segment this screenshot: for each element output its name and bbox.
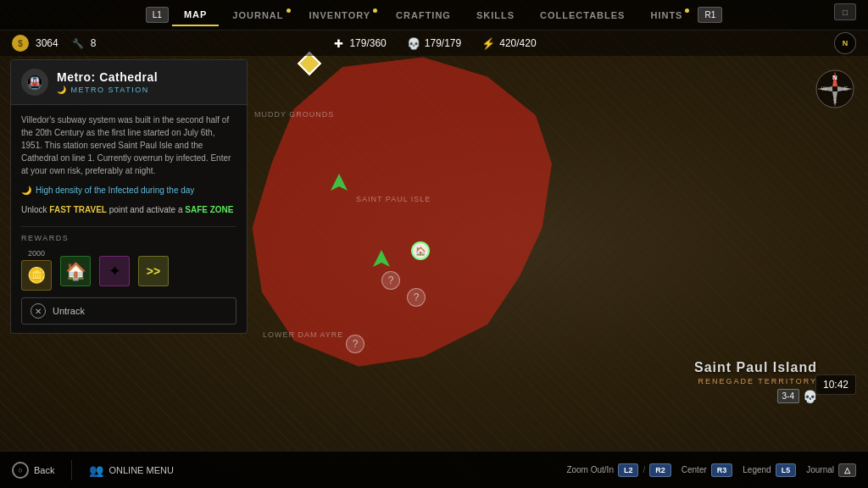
rewards-section: REWARDS 2000 🪙 🏠 ✦ >> [21, 226, 236, 291]
tab-inventory[interactable]: INVENTORY [298, 5, 383, 25]
legend-control[interactable]: Legend L5 [743, 463, 796, 477]
coin-icon: $ [12, 35, 29, 52]
reward-coin: 2000 🪙 [21, 249, 52, 291]
legend-btn[interactable]: L5 [776, 463, 797, 477]
hud-currency: $ 3064 🔧 8 [12, 35, 96, 52]
panel-body: Villedor's subway system was built in th… [11, 105, 247, 333]
hud-skulls: 💀 179/179 [407, 36, 461, 50]
zoom-in-btn[interactable]: R2 [649, 463, 671, 477]
rewards-row: 2000 🪙 🏠 ✦ >> [21, 249, 236, 291]
skull-value: 179/179 [425, 37, 461, 49]
skull-icon: 💀 [407, 36, 420, 50]
journal-label: Journal [806, 465, 834, 474]
reward-arrow: >> [138, 253, 169, 286]
tab-skills[interactable]: SKILLS [465, 5, 526, 25]
lightning-value: 420/420 [499, 37, 536, 49]
panel-title-wrap: Metro: Cathedral METRO STATION [57, 70, 158, 94]
marker-question-3[interactable]: ? [346, 335, 364, 353]
reward-sun: ✦ [99, 253, 130, 286]
lightning-icon: ⚡ [481, 36, 495, 50]
badge-number: 3-4 [777, 389, 799, 403]
legend-label: Legend [743, 465, 771, 474]
svg-text:E: E [844, 86, 849, 92]
marker-green-2[interactable] [373, 250, 390, 267]
ammo-value: 8 [91, 37, 97, 49]
health-value: 179/360 [349, 37, 386, 49]
hud-compass: N [834, 32, 856, 54]
panel-header: 🚇 Metro: Cathedral METRO STATION [11, 60, 247, 105]
corner-button[interactable]: □ [834, 3, 856, 20]
hud-bar: $ 3064 🔧 8 ✚ 179/360 💀 179/179 ⚡ 420/420… [0, 30, 868, 56]
rewards-label: REWARDS [21, 234, 236, 242]
nav-left-btn[interactable]: L1 [146, 7, 169, 23]
top-navigation: L1 MAP JOURNAL INVENTORY CRAFTING SKILLS… [0, 0, 868, 30]
reward-icon-arrow: >> [138, 256, 169, 286]
zoom-out-btn[interactable]: L2 [618, 463, 639, 477]
reward-icon-house: 🏠 [60, 256, 91, 286]
panel-subtitle: METRO STATION [57, 86, 158, 94]
panel-title: Metro: Cathedral [57, 70, 158, 84]
untrack-label: Untrack [53, 306, 85, 316]
info-panel: 🚇 Metro: Cathedral METRO STATION Villedo… [10, 59, 248, 334]
svg-text:W: W [821, 86, 827, 92]
tab-collectables[interactable]: COLLECTABLES [528, 5, 637, 25]
back-btn-icon: ○ [12, 462, 29, 479]
bottom-bar: ○ Back 👥 ONLINE MENU Zoom Out/In L2 / R2… [0, 451, 868, 488]
back-label: Back [34, 465, 54, 475]
zoom-label: Zoom Out/In [566, 465, 614, 474]
reward-icon-sun: ✦ [99, 256, 130, 286]
center-btn[interactable]: R3 [711, 463, 733, 477]
health-icon: ✚ [331, 36, 345, 50]
territory-label: Saint Paul Island RENEGADE TERRITORY 3-4… [694, 360, 817, 403]
reward-house: 🏠 [60, 253, 91, 286]
online-icon: 👥 [89, 463, 103, 477]
tab-map[interactable]: MAP [172, 4, 219, 26]
map-label-muddy: MUDDY GROUNDS [254, 110, 334, 119]
compass-icon: N [834, 32, 856, 54]
marker-question-2[interactable]: ? [407, 288, 426, 307]
untrack-icon: ✕ [31, 303, 46, 319]
marker-question-1[interactable]: ? [381, 271, 400, 290]
ammo-icon: 🔧 [72, 38, 84, 49]
hud-health: ✚ 179/360 [331, 36, 386, 50]
nav-right-btn[interactable]: R1 [698, 7, 722, 23]
territory-name: Saint Paul Island [694, 360, 817, 375]
nav-tabs: MAP JOURNAL INVENTORY CRAFTING SKILLS CO… [172, 4, 695, 26]
panel-station-icon: 🚇 [21, 69, 48, 96]
territory-type: RENEGADE TERRITORY [694, 377, 817, 385]
territory-badge: 3-4 💀 [777, 389, 817, 403]
svg-text:S: S [833, 98, 837, 104]
marker-diamond[interactable] [301, 55, 318, 72]
tab-journal[interactable]: JOURNAL [220, 5, 295, 25]
territory-zone [246, 51, 568, 373]
currency-value: 3064 [36, 37, 58, 49]
svg-text:N: N [832, 74, 837, 81]
online-label: ONLINE MENU [108, 465, 173, 475]
center-label: Center [682, 465, 707, 474]
compass-rose: N S E W [814, 68, 856, 110]
reward-icon-coin: 🪙 [21, 260, 52, 291]
hud-lightning: ⚡ 420/420 [481, 36, 536, 50]
journal-control[interactable]: Journal △ [806, 463, 856, 477]
journal-btn[interactable]: △ [838, 463, 856, 477]
untrack-button[interactable]: ✕ Untrack [21, 297, 236, 324]
divider [71, 460, 72, 480]
bottom-left: ○ Back 👥 ONLINE MENU [12, 460, 174, 480]
online-menu-button[interactable]: 👥 ONLINE MENU [89, 463, 173, 477]
marker-green-1[interactable] [331, 174, 348, 191]
panel-unlock: Unlock FAST TRAVEL point and activate a … [21, 203, 236, 216]
map-label-saint-paul: SAINT PAUL ISLE [356, 195, 431, 203]
back-button[interactable]: ○ Back [12, 462, 54, 479]
reward-num-coin: 2000 [28, 249, 45, 258]
center-control[interactable]: Center R3 [682, 463, 733, 477]
tab-hints[interactable]: HINTS [638, 5, 694, 25]
panel-warning: High density of the Infected during the … [21, 186, 236, 195]
bottom-right: Zoom Out/In L2 / R2 Center R3 Legend L5 … [566, 463, 856, 477]
time-display: 10:42 [815, 374, 856, 395]
panel-description: Villedor's subway system was built in th… [21, 114, 236, 177]
zoom-control[interactable]: Zoom Out/In L2 / R2 [566, 463, 670, 477]
marker-safe-zone[interactable]: 🏠 [411, 241, 430, 260]
map-label-lower-dam: LOWER DAM AYRE [263, 330, 343, 339]
tab-crafting[interactable]: CRAFTING [384, 5, 463, 25]
